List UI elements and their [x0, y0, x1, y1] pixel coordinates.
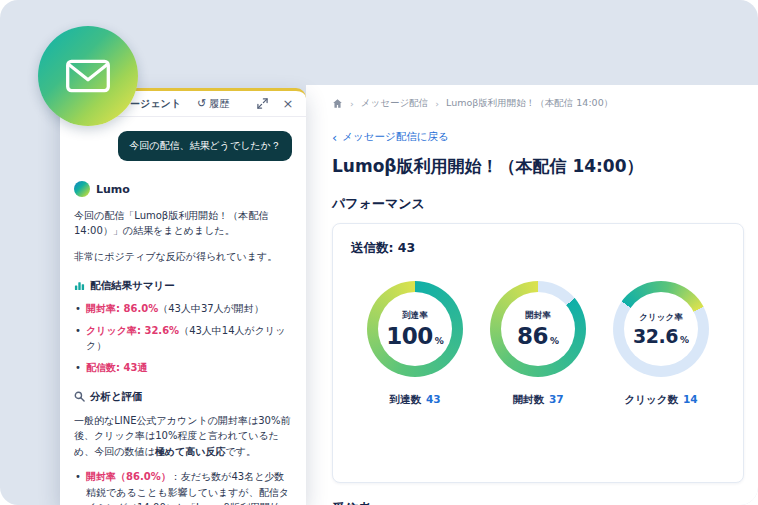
bot-name: Lumo [96, 181, 130, 198]
chat-panel: ージェント ↺ 履歴 × 今回の配信、結果どうでしたか？ Lumo 今回の配信「… [60, 88, 306, 505]
close-button[interactable]: × [280, 96, 296, 112]
donut-ring: 開封率 86 % [490, 281, 586, 377]
breadcrumb-item[interactable]: Lumoβ版利用開始！（本配信 14:00） [446, 97, 613, 110]
bar-chart-icon [74, 280, 85, 291]
breadcrumb-item[interactable]: メッセージ配信 [361, 97, 428, 110]
analysis-intro-text: です。 [225, 446, 255, 457]
donut-unit: % [550, 336, 559, 346]
summary-section-title: 配信結果サマリー [74, 277, 292, 293]
analysis-intro: 一般的なLINE公式アカウントの開封率は30%前後、クリック率は10%程度と言わ… [74, 413, 292, 460]
back-link[interactable]: ‹ メッセージ配信に戻る [332, 130, 449, 144]
analysis-list: 開封率（86.0%）：友だち数が43名と少数精鋭であることも影響していますが、配… [74, 469, 292, 505]
donut-chart-reach: 到達率 100 % 到達数 43 [355, 281, 475, 407]
donut-chart-click: クリック率 32.6 % クリック数 14 [601, 281, 721, 407]
breadcrumb-separator: › [435, 98, 439, 109]
chevron-left-icon: ‹ [332, 131, 337, 144]
breadcrumb: › メッセージ配信 › Lumoβ版利用開始！（本配信 14:00） [332, 97, 744, 110]
donut-label: クリック率 [639, 312, 682, 324]
list-item: 開封率（86.0%）：友だち数が43名と少数精鋭であることも影響していますが、配… [74, 469, 292, 505]
analysis-section-title: 分析と評価 [74, 388, 292, 404]
performance-heading: パフォーマンス [332, 195, 744, 213]
list-item: クリック率: 32.6%（43人中14人がクリック） [74, 323, 292, 354]
donut-label: 開封率 [525, 310, 551, 322]
performance-card: 送信数: 43 到達率 100 % 到達数 43 [332, 223, 744, 483]
donut-ring: 到達率 100 % [367, 281, 463, 377]
back-link-label: メッセージ配信に戻る [342, 130, 448, 144]
analysis-title: 分析と評価 [90, 388, 143, 404]
mail-badge [38, 26, 138, 126]
breadcrumb-separator: › [350, 98, 354, 109]
metric-value: 配信数: 43通 [86, 362, 147, 373]
donut-value: 100 [386, 323, 433, 349]
summary-list: 開封率: 86.0%（43人中37人が開封） クリック率: 32.6%（43人中… [74, 301, 292, 375]
donut-value: 32.6 [633, 325, 678, 347]
history-label: 履歴 [209, 97, 229, 111]
stat-label: 到達数 [389, 393, 421, 407]
chat-body: 今回の配信、結果どうでしたか？ Lumo 今回の配信「Lumoβ版利用開始！（本… [60, 117, 306, 505]
metric-value: 開封率: 86.0% [86, 303, 158, 314]
main-content: › メッセージ配信 › Lumoβ版利用開始！（本配信 14:00） ‹ メッセ… [306, 85, 758, 505]
donut-unit: % [680, 335, 689, 345]
expand-button[interactable] [254, 96, 270, 112]
donut-unit: % [435, 336, 444, 346]
donut-ring: クリック率 32.6 % [613, 281, 709, 377]
bot-avatar [74, 181, 90, 197]
stat-value[interactable]: 37 [549, 393, 564, 405]
close-icon: × [283, 96, 294, 111]
analysis-intro-bold: 極めて高い反応 [155, 446, 226, 457]
receivers-heading: 受信者 [332, 500, 744, 505]
magnifier-icon [74, 391, 85, 402]
history-button[interactable]: ↺ 履歴 [197, 97, 229, 111]
summary-title: 配信結果サマリー [90, 277, 175, 293]
history-icon: ↺ [197, 98, 206, 109]
metric-value: クリック率: 32.6% [86, 325, 179, 336]
donut-hole: クリック率 32.6 % [624, 292, 698, 366]
list-item: 配信数: 43通 [74, 360, 292, 376]
chat-paragraph: 今回の配信「Lumoβ版利用開始！（本配信 14:00）」の結果をまとめました。 [74, 208, 292, 239]
stat-value[interactable]: 14 [683, 393, 698, 405]
donut-stat: 開封数 37 [512, 393, 563, 407]
donut-row: 到達率 100 % 到達数 43 [351, 281, 725, 407]
expand-icon [257, 98, 268, 109]
sent-count: 送信数: 43 [351, 240, 725, 257]
chat-paragraph: 非常にポジティブな反応が得られています。 [74, 249, 292, 265]
app-screenshot: ージェント ↺ 履歴 × 今回の配信、結果どうでしたか？ Lumo 今回の配信「… [0, 0, 758, 505]
page-title: Lumoβ版利用開始！（本配信 14:00） [332, 155, 744, 178]
donut-stat: クリック数 14 [624, 393, 697, 407]
bot-identity: Lumo [74, 181, 292, 198]
stat-label: クリック数 [624, 393, 677, 407]
mail-icon [65, 59, 111, 93]
metric-value: 開封率（86.0%） [86, 471, 171, 482]
list-item: 開封率: 86.0%（43人中37人が開封） [74, 301, 292, 317]
donut-label: 到達率 [402, 310, 428, 322]
agent-tab[interactable]: ージェント [130, 97, 181, 111]
stat-value[interactable]: 43 [426, 393, 441, 405]
donut-value: 86 [517, 323, 548, 349]
metric-detail: （43人中37人が開封） [158, 303, 264, 314]
donut-hole: 開封率 86 % [501, 292, 575, 366]
home-icon[interactable] [332, 98, 343, 109]
donut-hole: 到達率 100 % [378, 292, 452, 366]
stat-label: 開封数 [512, 393, 544, 407]
donut-chart-open: 開封率 86 % 開封数 37 [478, 281, 598, 407]
user-message-bubble: 今回の配信、結果どうでしたか？ [118, 131, 292, 161]
donut-stat: 到達数 43 [389, 393, 440, 407]
